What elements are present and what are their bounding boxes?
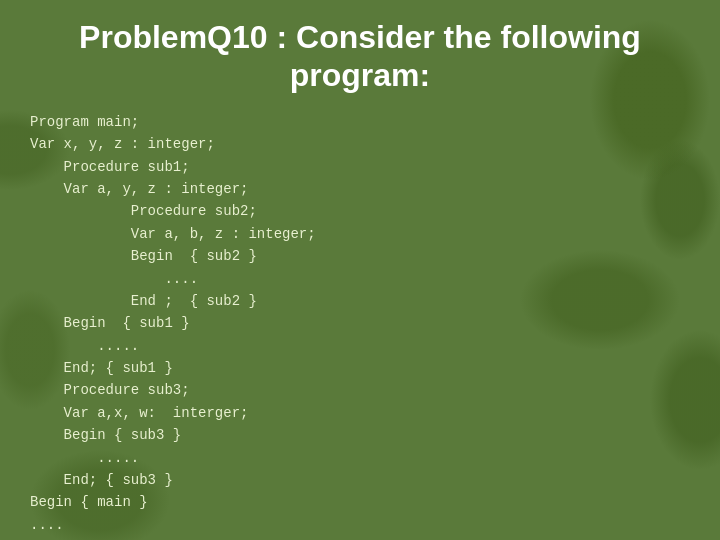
code-line: Program main; [30, 111, 700, 133]
code-line: End; { sub3 } [30, 469, 700, 491]
code-line: Procedure sub2; [30, 200, 700, 222]
title-line2: program: [290, 57, 430, 93]
code-line: ..... [30, 335, 700, 357]
code-line: End ; { sub2 } [30, 290, 700, 312]
code-line: Var a, y, z : integer; [30, 178, 700, 200]
code-line: Begin { sub2 } [30, 245, 700, 267]
code-line: Procedure sub1; [30, 156, 700, 178]
slide-title: ProblemQ10 : Consider the following prog… [20, 10, 700, 95]
code-line: Var a,x, w: interger; [30, 402, 700, 424]
code-line: Begin { main } [30, 491, 700, 513]
code-line: End { main } [30, 536, 700, 540]
code-line: Begin { sub3 } [30, 424, 700, 446]
code-block: Program main;Var x, y, z : integer; Proc… [20, 111, 700, 540]
main-container: ProblemQ10 : Consider the following prog… [0, 0, 720, 540]
code-line: Begin { sub1 } [30, 312, 700, 334]
code-line: End; { sub1 } [30, 357, 700, 379]
code-line: Var x, y, z : integer; [30, 133, 700, 155]
code-line: .... [30, 268, 700, 290]
code-line: ..... [30, 447, 700, 469]
code-line: .... [30, 514, 700, 536]
title-line1: ProblemQ10 : Consider the following [79, 19, 641, 55]
code-line: Procedure sub3; [30, 379, 700, 401]
code-line: Var a, b, z : integer; [30, 223, 700, 245]
